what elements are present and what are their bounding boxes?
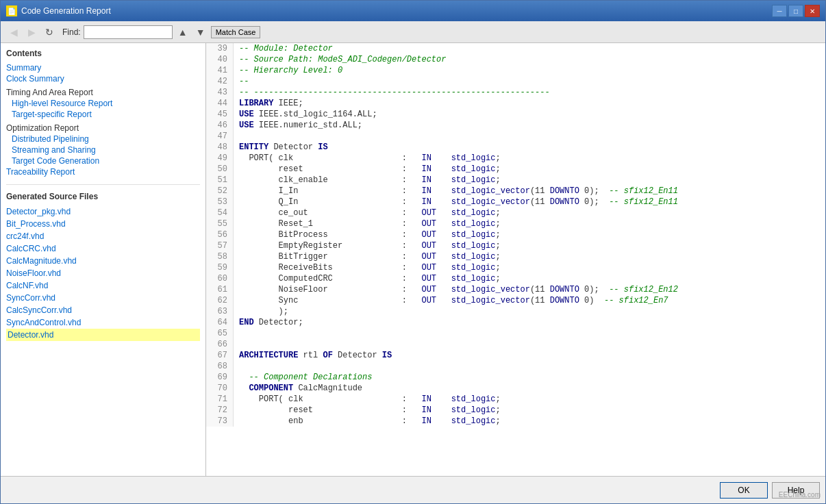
table-row: 44LIBRARY IEEE; — [206, 98, 825, 109]
line-content: clk_enable : IN std_logic; — [234, 175, 501, 186]
line-content: PORT( clk : IN std_logic; — [234, 153, 501, 164]
line-content: USE IEEE.numeric_std.ALL; — [234, 120, 362, 131]
file-calccrc[interactable]: CalcCRC.vhd — [6, 242, 200, 255]
forward-button[interactable]: ▶ — [24, 25, 39, 40]
table-row: 41-- Hierarchy Level: 0 — [206, 65, 825, 76]
file-synccorr[interactable]: SyncCorr.vhd — [6, 292, 200, 304]
table-row: 50 reset : IN std_logic; — [206, 164, 825, 175]
nav-summary[interactable]: Summary — [6, 62, 200, 73]
file-calcsynccorr[interactable]: CalcSyncCorr.vhd — [6, 304, 200, 316]
line-content: -- Hierarchy Level: 0 — [234, 65, 342, 76]
line-content: reset : IN std_logic; — [234, 164, 501, 175]
file-noisefloor[interactable]: NoiseFloor.vhd — [6, 267, 200, 279]
line-content: ComputedCRC : OUT std_logic; — [234, 273, 501, 284]
line-number: 49 — [206, 153, 234, 164]
file-detector-pkg[interactable]: Detector_pkg.vhd — [6, 205, 200, 218]
close-button[interactable]: ✕ — [805, 5, 820, 17]
line-number: 57 — [206, 240, 234, 251]
file-bit-process[interactable]: Bit_Process.vhd — [6, 218, 200, 230]
line-content: Q_In : IN std_logic_vector(11 DOWNTO 0);… — [234, 197, 678, 207]
nav-distributed-pipelining[interactable]: Distributed Pipelining — [12, 134, 200, 144]
line-number: 66 — [206, 339, 234, 350]
match-case-button[interactable]: Match Case — [211, 26, 261, 38]
line-content: -- Component Declarations — [234, 372, 372, 383]
main-content: Contents Summary Clock Summary Timing An… — [1, 43, 825, 476]
table-row: 58 BitTrigger : OUT std_logic; — [206, 251, 825, 262]
table-row: 52 I_In : IN std_logic_vector(11 DOWNTO … — [206, 186, 825, 197]
table-row: 72 reset : IN std_logic; — [206, 405, 825, 416]
file-crc24f[interactable]: crc24f.vhd — [6, 230, 200, 242]
line-number: 45 — [206, 109, 234, 120]
line-content: PORT( clk : IN std_logic; — [234, 394, 501, 405]
code-area[interactable]: 39-- Module: Detector40-- Source Path: M… — [206, 43, 825, 476]
nav-clock-summary[interactable]: Clock Summary — [6, 73, 200, 84]
nav-timing-area-header: Timing And Area Report — [6, 87, 200, 98]
line-content: -- — [234, 76, 249, 87]
nav-up-button[interactable]: ▲ — [175, 25, 190, 40]
maximize-button[interactable]: □ — [788, 5, 803, 17]
line-number: 40 — [206, 54, 234, 65]
find-input[interactable] — [84, 25, 173, 39]
line-content: ); — [234, 306, 288, 317]
line-number: 73 — [206, 416, 234, 427]
section-divider — [6, 184, 200, 185]
line-number: 39 — [206, 43, 234, 54]
file-calcnf[interactable]: CalcNF.vhd — [6, 279, 200, 292]
left-panel: Contents Summary Clock Summary Timing An… — [1, 43, 206, 476]
nav-timing-indent: High-level Resource Report Target-specif… — [6, 98, 200, 120]
line-content — [234, 361, 239, 372]
table-row: 56 BitProcess : OUT std_logic; — [206, 229, 825, 240]
ok-button[interactable]: OK — [720, 482, 768, 499]
table-row: 47 — [206, 131, 825, 142]
minimize-button[interactable]: ─ — [772, 5, 787, 17]
toolbar: ◀ ▶ ↻ Find: ▲ ▼ Match Case — [1, 21, 825, 43]
table-row: 40-- Source Path: ModeS_ADI_Codegen/Dete… — [206, 54, 825, 65]
table-row: 71 PORT( clk : IN std_logic; — [206, 394, 825, 405]
file-calcmagnitude[interactable]: CalcMagnitude.vhd — [6, 255, 200, 267]
line-content: USE IEEE.std_logic_1164.ALL; — [234, 109, 377, 120]
refresh-button[interactable]: ↻ — [42, 25, 57, 40]
line-content — [234, 131, 239, 142]
line-number: 44 — [206, 98, 234, 109]
nav-traceability[interactable]: Traceability Report — [6, 166, 200, 177]
table-row: 57 EmptyRegister : OUT std_logic; — [206, 240, 825, 251]
line-number: 58 — [206, 251, 234, 262]
file-detector[interactable]: Detector.vhd — [6, 329, 200, 341]
titlebar: 📄 Code Generation Report ─ □ ✕ — [1, 1, 825, 21]
main-window: 📄 Code Generation Report ─ □ ✕ ◀ ▶ ↻ Fin… — [0, 0, 826, 504]
line-content — [234, 328, 239, 339]
line-number: 50 — [206, 164, 234, 175]
back-button[interactable]: ◀ — [6, 25, 21, 40]
table-row: 60 ComputedCRC : OUT std_logic; — [206, 273, 825, 284]
line-content: BitTrigger : OUT std_logic; — [234, 251, 501, 262]
nav-down-button[interactable]: ▼ — [193, 25, 208, 40]
line-number: 56 — [206, 229, 234, 240]
line-number: 48 — [206, 142, 234, 153]
find-label: Find: — [62, 27, 81, 37]
line-content: -- Module: Detector — [234, 43, 333, 54]
line-content: -- Source Path: ModeS_ADI_Codegen/Detect… — [234, 54, 446, 65]
line-number: 72 — [206, 405, 234, 416]
line-content: Sync : OUT std_logic_vector(11 DOWNTO 0)… — [234, 295, 668, 306]
line-number: 42 — [206, 76, 234, 87]
file-syncandcontrol[interactable]: SyncAndControl.vhd — [6, 316, 200, 329]
line-content: Reset_1 : OUT std_logic; — [234, 218, 501, 229]
table-row: 65 — [206, 328, 825, 339]
nav-target-code-gen[interactable]: Target Code Generation — [12, 155, 200, 166]
line-number: 55 — [206, 218, 234, 229]
line-content: COMPONENT CalcMagnitude — [234, 383, 362, 394]
line-content: -- -------------------------------------… — [234, 87, 550, 98]
nav-streaming-sharing[interactable]: Streaming and Sharing — [12, 144, 200, 155]
nav-target-specific[interactable]: Target-specific Report — [12, 109, 200, 120]
bottom-bar: OK Help EEChina.com — [1, 476, 825, 503]
line-number: 67 — [206, 350, 234, 361]
line-number: 68 — [206, 361, 234, 372]
line-number: 70 — [206, 383, 234, 394]
line-content: reset : IN std_logic; — [234, 405, 501, 416]
generated-files-header: Generated Source Files — [6, 192, 200, 201]
line-content — [234, 339, 239, 350]
table-row: 39-- Module: Detector — [206, 43, 825, 54]
nav-high-level-resource[interactable]: High-level Resource Report — [12, 98, 200, 109]
table-row: 48ENTITY Detector IS — [206, 142, 825, 153]
table-row: 68 — [206, 361, 825, 372]
